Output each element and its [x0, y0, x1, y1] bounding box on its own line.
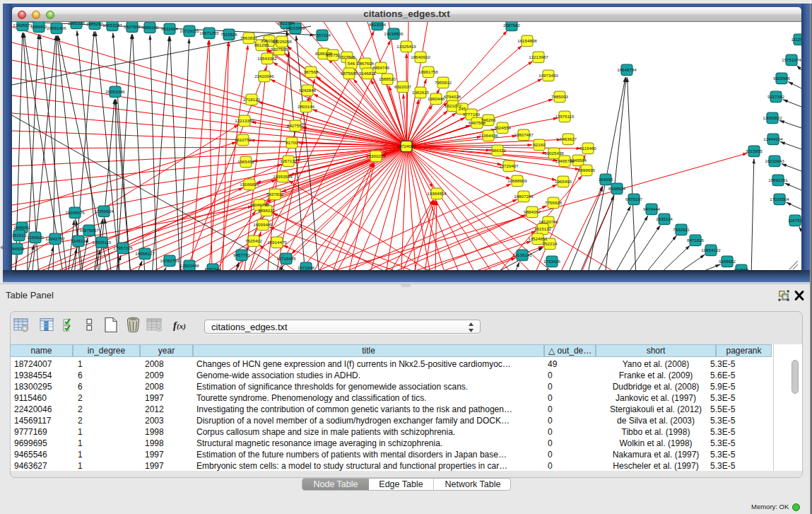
- svg-text:1965492: 1965492: [237, 159, 255, 164]
- svg-text:7632621: 7632621: [673, 227, 690, 232]
- svg-text:12093822: 12093822: [763, 115, 782, 120]
- svg-text:18724007: 18724007: [396, 144, 416, 148]
- svg-text:12505115: 12505115: [92, 240, 112, 245]
- svg-text:1527602: 1527602: [124, 24, 141, 29]
- svg-text:10654122: 10654122: [701, 247, 721, 252]
- svg-text:16648784: 16648784: [617, 67, 637, 72]
- svg-text:8471626: 8471626: [687, 238, 705, 243]
- svg-text:891295: 891295: [254, 42, 269, 47]
- svg-text:19218506: 19218506: [384, 31, 404, 36]
- svg-text:7756928: 7756928: [545, 200, 563, 205]
- svg-text:7515526: 7515526: [220, 32, 238, 37]
- svg-text:1985287: 1985287: [86, 22, 104, 26]
- svg-text:1615132: 1615132: [534, 226, 552, 231]
- svg-text:12923448: 12923448: [180, 263, 199, 268]
- svg-text:16961758: 16961758: [418, 69, 438, 74]
- svg-text:9884067: 9884067: [524, 209, 541, 214]
- svg-text:16958127: 16958127: [135, 251, 155, 256]
- svg-text:8322037: 8322037: [394, 84, 412, 89]
- svg-text:8813054: 8813054: [369, 22, 387, 27]
- svg-text:9245652: 9245652: [719, 259, 736, 264]
- svg-text:5837832: 5837832: [266, 192, 284, 197]
- svg-text:16671355: 16671355: [199, 30, 219, 35]
- svg-text:19384554: 19384554: [427, 191, 447, 196]
- svg-text:9115460: 9115460: [579, 146, 596, 151]
- svg-text:3875685: 3875685: [341, 71, 358, 76]
- svg-text:10688609: 10688609: [507, 178, 527, 183]
- svg-text:2935114: 2935114: [656, 216, 673, 221]
- svg-text:9242848: 9242848: [299, 88, 317, 93]
- svg-text:9777169: 9777169: [463, 112, 481, 117]
- svg-text:9457791: 9457791: [233, 252, 251, 257]
- svg-text:18640910: 18640910: [411, 54, 430, 59]
- svg-text:15720407: 15720407: [499, 163, 519, 168]
- svg-text:9327505: 9327505: [271, 47, 288, 52]
- svg-text:924565: 924565: [734, 267, 749, 270]
- svg-text:2687682: 2687682: [503, 23, 521, 28]
- svg-text:10807487: 10807487: [514, 132, 534, 137]
- svg-text:19353594: 19353594: [273, 174, 293, 179]
- svg-text:16099489: 16099489: [253, 222, 273, 227]
- svg-text:10719155: 10719155: [180, 28, 199, 33]
- svg-text:387568: 387568: [304, 69, 319, 74]
- svg-text:10653287: 10653287: [102, 23, 122, 28]
- svg-text:9227342: 9227342: [767, 94, 785, 99]
- svg-text:8811604: 8811604: [161, 26, 178, 31]
- svg-text:9329986: 9329986: [773, 76, 791, 81]
- svg-text:15692351: 15692351: [768, 177, 788, 182]
- svg-text:546: 546: [348, 61, 355, 66]
- svg-text:7986322: 7986322: [489, 148, 507, 153]
- svg-text:1990448: 1990448: [428, 96, 445, 101]
- svg-text:164095: 164095: [599, 177, 613, 182]
- svg-text:26300275: 26300275: [366, 153, 386, 158]
- svg-text:13325419: 13325419: [396, 44, 416, 49]
- svg-text:12213967: 12213967: [529, 54, 548, 59]
- svg-text:9327505: 9327505: [339, 54, 356, 59]
- svg-text:1349584: 1349584: [570, 158, 587, 163]
- svg-text:8454749: 8454749: [372, 65, 390, 70]
- svg-text:6879197: 6879197: [625, 197, 643, 201]
- svg-text:116753: 116753: [788, 218, 801, 223]
- svg-text:90975657: 90975657: [79, 228, 99, 233]
- svg-text:2867608: 2867608: [357, 61, 375, 66]
- svg-text:3215955: 3215955: [746, 148, 763, 153]
- svg-text:1588520: 1588520: [379, 76, 396, 81]
- svg-text:6794028: 6794028: [444, 94, 461, 99]
- svg-text:7625402: 7625402: [245, 238, 263, 243]
- svg-text:16914479: 16914479: [267, 240, 287, 245]
- svg-text:1845061: 1845061: [13, 225, 31, 230]
- svg-text:21364436: 21364436: [478, 133, 498, 138]
- svg-text:9463627: 9463627: [560, 136, 577, 141]
- svg-text:62160: 62160: [533, 142, 546, 147]
- svg-text:17016504: 17016504: [770, 197, 789, 201]
- svg-text:7485003: 7485003: [551, 94, 569, 99]
- svg-text:16210643: 16210643: [765, 158, 784, 163]
- svg-text:2718120: 2718120: [243, 97, 261, 102]
- svg-text:12405571: 12405571: [13, 23, 33, 28]
- svg-text:2803144: 2803144: [298, 104, 315, 109]
- svg-text:19166825: 19166825: [240, 182, 259, 187]
- svg-text:1571648: 1571648: [298, 265, 315, 270]
- svg-text:1733426: 1733426: [543, 259, 561, 264]
- svg-text:18807249: 18807249: [514, 194, 534, 199]
- svg-text:17957225: 17957225: [113, 245, 133, 250]
- svg-text:3624554: 3624554: [494, 125, 512, 130]
- svg-text:252214: 252214: [543, 241, 558, 246]
- svg-text:16782759: 16782759: [160, 258, 180, 263]
- svg-text:10543362: 10543362: [257, 56, 277, 61]
- svg-text:184506: 184506: [12, 246, 25, 251]
- svg-text:10973493: 10973493: [539, 73, 558, 78]
- svg-text:1292344: 1292344: [204, 267, 222, 270]
- svg-text:7955812: 7955812: [435, 80, 452, 85]
- svg-text:15751074: 15751074: [782, 57, 801, 62]
- svg-text:53226058: 53226058: [272, 39, 292, 44]
- svg-text:1362615: 1362615: [412, 90, 430, 95]
- svg-text:16120746: 16120746: [539, 219, 558, 224]
- svg-text:20691406: 20691406: [47, 25, 66, 30]
- svg-text:114519: 114519: [71, 238, 86, 243]
- svg-text:16046798: 16046798: [249, 202, 269, 207]
- svg-text:9146821: 9146821: [359, 71, 377, 76]
- svg-text:17359924: 17359924: [94, 209, 114, 214]
- svg-text:1965493: 1965493: [555, 179, 572, 184]
- svg-text:13524851: 13524851: [528, 236, 548, 241]
